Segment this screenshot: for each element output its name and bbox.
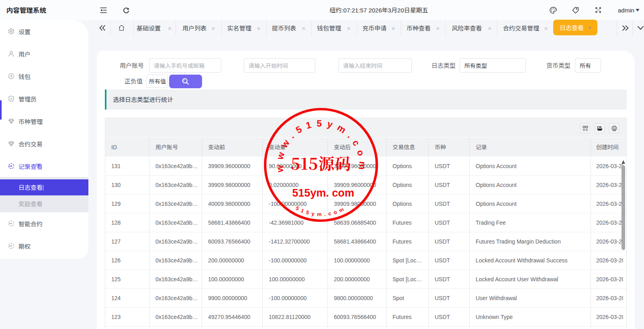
svg-text:515ym. com: 515ym. com (292, 184, 354, 200)
svg-text:515ym.com: 515ym.com (294, 204, 348, 217)
svg-text:515源码: 515源码 (290, 151, 351, 174)
svg-text:$: $ (10, 74, 12, 78)
